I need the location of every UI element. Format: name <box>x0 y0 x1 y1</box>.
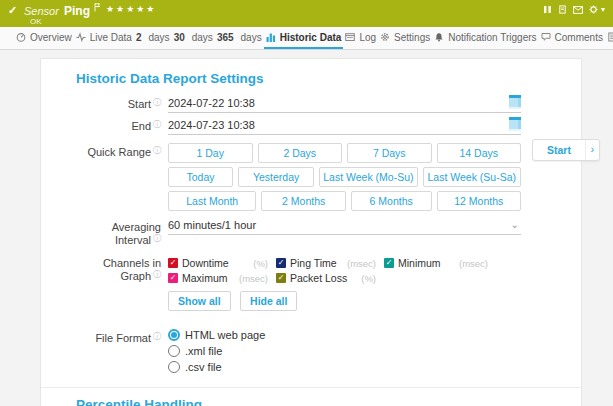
tab-comments[interactable]: Comments <box>539 27 605 49</box>
sensor-kind-label: Sensor <box>24 5 59 17</box>
section-title-historic-data: Historic Data Report Settings <box>76 72 581 86</box>
tab-unit: days <box>192 32 213 43</box>
tab-log[interactable]: Log <box>343 27 378 49</box>
tab-overview[interactable]: Overview <box>14 27 74 49</box>
status-ok-check-icon: ✓ <box>8 4 17 17</box>
checkbox-checked-icon <box>384 258 394 268</box>
checkbox-checked-icon <box>276 258 286 268</box>
tab-historic-data[interactable]: Historic Data <box>264 27 344 49</box>
radio-csv-file[interactable]: .csv file <box>168 361 521 373</box>
pause-icon[interactable] <box>543 5 552 14</box>
checkbox-checked-icon <box>168 258 178 268</box>
info-icon[interactable]: ⓘ <box>153 332 161 341</box>
tab-30-days[interactable]: 30 days <box>172 27 215 49</box>
quick-range-row: Quick Rangeⓘ 1 Day 2 Days 7 Days 14 Days… <box>76 143 581 211</box>
averaging-interval-label: Averaging Intervalⓘ <box>76 219 161 246</box>
calendar-icon[interactable] <box>509 117 521 131</box>
tab-label: Historic Data <box>280 32 342 43</box>
quick-range-button-1-day[interactable]: 1 Day <box>168 143 253 163</box>
file-format-row: File Formatⓘ HTML web page .xml file .cs… <box>76 329 581 377</box>
bar-chart-icon <box>266 32 276 42</box>
flag-icon <box>94 3 101 12</box>
channel-minimum[interactable]: Minimum (msec) <box>384 257 488 269</box>
hide-all-button[interactable]: Hide all <box>240 291 297 311</box>
tab-number: 365 <box>217 32 234 43</box>
tab-label: Log <box>359 32 376 43</box>
live-data-icon <box>76 32 86 42</box>
quick-range-button-14-days[interactable]: 14 Days <box>437 143 522 163</box>
quick-range-label: Quick Rangeⓘ <box>76 143 161 158</box>
tab-history[interactable]: History <box>605 27 613 49</box>
chevron-down-icon: ⌄ <box>511 221 519 229</box>
gear-icon <box>380 32 390 42</box>
channels-row: Channels in Graphⓘ Downtime (%) Ping Tim… <box>76 255 581 325</box>
quick-range-button-12-months[interactable]: 12 Months <box>437 191 522 211</box>
quick-range-button-6-months[interactable]: 6 Months <box>351 191 432 211</box>
bell-icon <box>434 32 444 42</box>
report-icon[interactable] <box>558 5 567 14</box>
checkbox-checked-icon <box>168 273 178 283</box>
log-icon <box>345 32 355 42</box>
tab-label: Live Data <box>90 32 132 43</box>
averaging-interval-value: 60 minutes/1 hour <box>168 219 256 231</box>
caret-down-icon[interactable]: ▾ <box>601 5 605 14</box>
email-icon[interactable] <box>573 6 583 14</box>
show-all-button[interactable]: Show all <box>168 291 231 311</box>
history-icon <box>607 32 613 42</box>
end-date-input[interactable]: 2024-07-23 10:38 <box>168 117 521 135</box>
start-row: Startⓘ 2024-07-22 10:38 <box>76 95 581 113</box>
channel-unit: (msec) <box>239 273 268 284</box>
sensor-status-badge: OK <box>30 17 42 26</box>
end-label: Endⓘ <box>76 117 161 132</box>
sensor-name[interactable]: Ping <box>64 4 90 18</box>
gear-icon[interactable] <box>589 5 598 14</box>
info-icon[interactable]: ⓘ <box>153 98 161 107</box>
sensor-header: ✓ Sensor Ping ★★★★★ OK ▾ <box>0 0 613 27</box>
start-button-label: Start <box>533 140 585 160</box>
priority-stars[interactable]: ★★★★★ <box>106 4 156 14</box>
settings-card: Historic Data Report Settings Startⓘ 202… <box>40 58 582 406</box>
tab-settings[interactable]: Settings <box>378 27 432 49</box>
quick-range-button-yesterday[interactable]: Yesterday <box>238 167 314 187</box>
quick-range-button-2-days[interactable]: 2 Days <box>258 143 343 163</box>
quick-range-button-7-days[interactable]: 7 Days <box>347 143 432 163</box>
tab-2-days[interactable]: 2 days <box>134 27 172 49</box>
radio-xml-file[interactable]: .xml file <box>168 345 521 357</box>
tab-live-data[interactable]: Live Data <box>74 27 134 49</box>
channel-downtime[interactable]: Downtime (%) <box>168 257 268 269</box>
calendar-icon[interactable] <box>509 95 521 109</box>
info-icon[interactable]: ⓘ <box>153 270 161 279</box>
info-icon[interactable]: ⓘ <box>153 234 161 243</box>
channel-packet-loss[interactable]: Packet Loss (%) <box>276 272 376 284</box>
quick-range-button-today[interactable]: Today <box>168 167 233 187</box>
start-button[interactable]: Start › <box>532 139 600 161</box>
channel-checkbox-grid: Downtime (%) Ping Time (msec) Minimum (m… <box>168 257 521 284</box>
averaging-interval-select[interactable]: 60 minutes/1 hour ⌄ <box>168 219 521 235</box>
channel-maximum[interactable]: Maximum (msec) <box>168 272 268 284</box>
quick-range-button-last-week-mo-su[interactable]: Last Week (Mo-Su) <box>319 167 417 187</box>
radio-html-web-page[interactable]: HTML web page <box>168 329 521 341</box>
channel-unit: (msec) <box>459 258 488 269</box>
tab-label: Notification Triggers <box>448 32 536 43</box>
averaging-interval-row: Averaging Intervalⓘ 60 minutes/1 hour ⌄ <box>76 219 581 246</box>
tab-365-days[interactable]: 365 days <box>215 27 264 49</box>
channel-ping-time[interactable]: Ping Time (msec) <box>276 257 376 269</box>
tab-unit: days <box>241 32 262 43</box>
quick-range-button-last-month[interactable]: Last Month <box>168 191 256 211</box>
start-date-input[interactable]: 2024-07-22 10:38 <box>168 95 521 113</box>
quick-range-button-last-week-su-sa[interactable]: Last Week (Su-Sa) <box>423 167 521 187</box>
radio-unselected-icon <box>168 345 180 357</box>
channel-unit: (%) <box>361 273 376 284</box>
quick-range-button-2-months[interactable]: 2 Months <box>261 191 346 211</box>
info-icon[interactable]: ⓘ <box>153 120 161 129</box>
radio-unselected-icon <box>168 361 180 373</box>
chevron-right-icon[interactable]: › <box>585 140 599 160</box>
channel-name: Minimum <box>398 257 459 269</box>
radio-label: .xml file <box>185 345 222 357</box>
tab-notification-triggers[interactable]: Notification Triggers <box>432 27 538 49</box>
page-content: Historic Data Report Settings Startⓘ 202… <box>0 51 613 406</box>
tab-label: Settings <box>394 32 430 43</box>
info-icon[interactable]: ⓘ <box>153 146 161 155</box>
radio-selected-icon <box>168 329 180 341</box>
channel-unit: (msec) <box>347 258 376 269</box>
